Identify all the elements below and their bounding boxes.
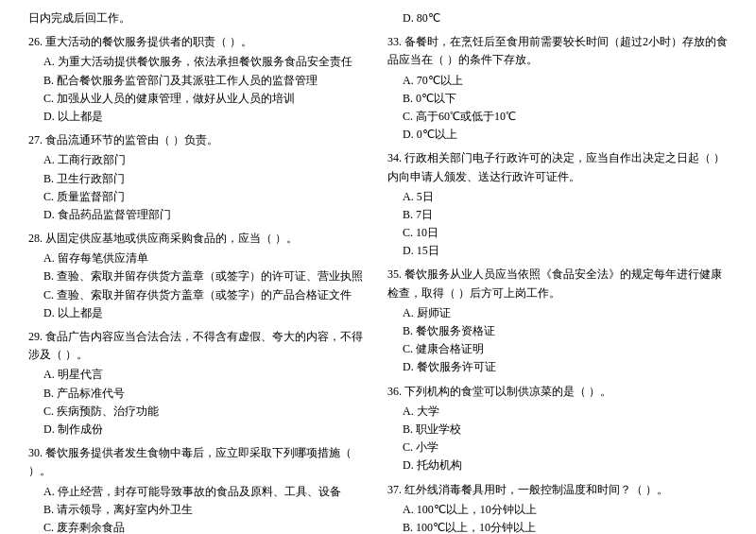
- question-26: 26. 重大活动的餐饮服务提供者的职责（ ）。 A. 为重大活动提供餐饮服务，依…: [28, 33, 369, 126]
- question-36: 36. 下列机构的食堂可以制供凉菜的是（ ）。 A. 大学 B. 职业学校 C.…: [387, 383, 728, 475]
- q33-opt-b: B. 0℃以下: [403, 90, 728, 108]
- q36-opt-b: B. 职业学校: [403, 421, 728, 439]
- content-columns: 日内完成后回工作。 26. 重大活动的餐饮服务提供者的职责（ ）。 A. 为重大…: [28, 9, 728, 534]
- q34-text: 34. 行政相关部门电子行政许可的决定，应当自作出决定之日起（ ）内向申请人颁发…: [387, 149, 728, 185]
- q32-opt-d: D. 80℃: [403, 9, 728, 27]
- page-container: 日内完成后回工作。 26. 重大活动的餐饮服务提供者的职责（ ）。 A. 为重大…: [28, 9, 728, 534]
- q36-opt-c: C. 小学: [403, 439, 728, 456]
- q36-opt-a: A. 大学: [403, 403, 728, 421]
- q29-text: 29. 食品广告内容应当合法合法，不得含有虚假、夸大的内容，不得涉及（ ）。: [28, 328, 369, 364]
- q33-opt-d: D. 0℃以上: [403, 126, 728, 144]
- q28-opt-d: D. 以上都是: [43, 304, 369, 322]
- q35-opt-d: D. 餐饮服务许可证: [403, 358, 728, 376]
- q35-opt-a: A. 厨师证: [403, 304, 728, 322]
- q32-d: D. 80℃: [387, 9, 728, 27]
- question-33: 33. 备餐时，在烹饪后至食用前需要较长时间（超过2小时）存放的食品应当在（ ）…: [387, 33, 728, 144]
- q29-opt-a: A. 明星代言: [43, 366, 369, 384]
- q26-opt-b: B. 配合餐饮服务监管部门及其派驻工作人员的监督管理: [43, 72, 369, 90]
- intro-label: 日内完成后回工作。: [28, 11, 130, 25]
- q28-opt-b: B. 查验、索取并留存供货方盖章（或签字）的许可证、营业执照: [43, 267, 369, 285]
- q33-text: 33. 备餐时，在烹饪后至食用前需要较长时间（超过2小时）存放的食品应当在（ ）…: [387, 33, 728, 69]
- q27-text: 27. 食品流通环节的监管由（ ）负责。: [28, 131, 369, 149]
- q35-opt-c: C. 健康合格证明: [403, 340, 728, 358]
- q36-text: 36. 下列机构的食堂可以制供凉菜的是（ ）。: [387, 383, 728, 401]
- q36-opt-d: D. 托幼机构: [403, 456, 728, 474]
- question-35: 35. 餐饮服务从业人员应当依照《食品安全法》的规定每年进行健康检查，取得（ ）…: [387, 266, 728, 376]
- right-column: D. 80℃ 33. 备餐时，在烹饪后至食用前需要较长时间（超过2小时）存放的食…: [387, 9, 728, 534]
- q29-opt-b: B. 产品标准代号: [43, 385, 369, 403]
- q37-text: 37. 红外线消毒餐具用时，一般控制温度和时间？（ ）。: [387, 481, 728, 499]
- q30-opt-a: A. 停止经营，封存可能导致事故的食品及原料、工具、设备: [43, 483, 369, 501]
- q34-opt-d: D. 15日: [403, 242, 728, 260]
- q27-opt-b: B. 卫生行政部门: [43, 170, 369, 188]
- q29-opt-c: C. 疾病预防、治疗功能: [43, 403, 369, 421]
- q34-opt-b: B. 7日: [403, 206, 728, 224]
- question-30: 30. 餐饮服务提供者发生食物中毒后，应立即采取下列哪项措施（ ）。 A. 停止…: [28, 444, 369, 534]
- q33-opt-c: C. 高于60℃或低于10℃: [403, 108, 728, 126]
- q30-text: 30. 餐饮服务提供者发生食物中毒后，应立即采取下列哪项措施（ ）。: [28, 444, 369, 480]
- left-column: 日内完成后回工作。 26. 重大活动的餐饮服务提供者的职责（ ）。 A. 为重大…: [28, 9, 369, 534]
- q29-opt-d: D. 制作成份: [43, 421, 369, 439]
- q27-opt-d: D. 食品药品监督管理部门: [43, 206, 369, 224]
- q27-opt-a: A. 工商行政部门: [43, 151, 369, 169]
- q34-opt-a: A. 5日: [403, 188, 728, 206]
- q35-text: 35. 餐饮服务从业人员应当依照《食品安全法》的规定每年进行健康检查，取得（ ）…: [387, 266, 728, 301]
- q30-opt-b: B. 请示领导，离好室内外卫生: [43, 501, 369, 519]
- q34-opt-c: C. 10日: [403, 224, 728, 242]
- q26-opt-a: A. 为重大活动提供餐饮服务，依法承担餐饮服务食品安全责任: [43, 53, 369, 71]
- question-29: 29. 食品广告内容应当合法合法，不得含有虚假、夸大的内容，不得涉及（ ）。 A…: [28, 328, 369, 439]
- intro-text: 日内完成后回工作。: [28, 9, 369, 27]
- q28-text: 28. 从固定供应基地或供应商采购食品的，应当（ ）。: [28, 230, 369, 248]
- q37-opt-a: A. 100℃以上，10分钟以上: [403, 501, 728, 519]
- question-34: 34. 行政相关部门电子行政许可的决定，应当自作出决定之日起（ ）内向申请人颁发…: [387, 149, 728, 260]
- question-27: 27. 食品流通环节的监管由（ ）负责。 A. 工商行政部门 B. 卫生行政部门…: [28, 131, 369, 224]
- q28-opt-a: A. 留存每笔供应清单: [43, 250, 369, 267]
- q33-opt-a: A. 70℃以上: [403, 72, 728, 90]
- q28-opt-c: C. 查验、索取并留存供货方盖章（或签字）的产品合格证文件: [43, 286, 369, 304]
- q37-opt-b: B. 100℃以上，10分钟以上: [403, 519, 728, 534]
- q26-opt-d: D. 以上都是: [43, 108, 369, 126]
- q27-opt-c: C. 质量监督部门: [43, 188, 369, 206]
- q26-opt-c: C. 加强从业人员的健康管理，做好从业人员的培训: [43, 90, 369, 108]
- question-37: 37. 红外线消毒餐具用时，一般控制温度和时间？（ ）。 A. 100℃以上，1…: [387, 481, 728, 535]
- question-28: 28. 从固定供应基地或供应商采购食品的，应当（ ）。 A. 留存每笔供应清单 …: [28, 230, 369, 322]
- q30-opt-c: C. 废弃剩余食品: [43, 519, 369, 534]
- q26-text: 26. 重大活动的餐饮服务提供者的职责（ ）。: [28, 33, 369, 51]
- q35-opt-b: B. 餐饮服务资格证: [403, 322, 728, 340]
